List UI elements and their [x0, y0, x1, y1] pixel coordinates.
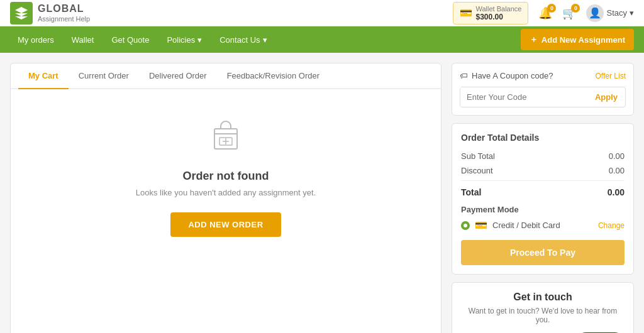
cart-button[interactable]: 🛒 0	[562, 6, 576, 20]
tag-icon: 🏷	[460, 71, 468, 80]
user-avatar: 👤	[586, 4, 604, 22]
sub-total-row: Sub Total 0.00	[461, 151, 625, 161]
logo-icon	[10, 2, 33, 25]
discount-value: 0.00	[609, 166, 625, 175]
wallet-label: Wallet Balance	[476, 5, 522, 13]
nav-my-orders[interactable]: My orders	[10, 30, 62, 50]
contact-chevron-icon: ▾	[263, 35, 267, 45]
nav-links: My orders Wallet Get Quote Policies ▾ Co…	[10, 30, 275, 50]
radio-inner	[464, 224, 467, 227]
policies-chevron-icon: ▾	[197, 35, 202, 45]
order-total-title: Order Total Details	[461, 133, 625, 143]
notifications-button[interactable]: 🔔 0	[538, 6, 552, 20]
nav-get-quote[interactable]: Get Quote	[104, 30, 157, 50]
sub-total-label: Sub Total	[461, 151, 495, 161]
radio-selected	[461, 221, 470, 230]
empty-desc: Looks like you haven't added any assignm…	[136, 188, 316, 197]
coupon-input[interactable]	[460, 87, 587, 107]
total-label: Total	[461, 187, 481, 197]
change-payment-link[interactable]: Change	[598, 221, 625, 230]
nav-wallet[interactable]: Wallet	[64, 30, 102, 50]
proceed-to-pay-button[interactable]: Proceed To Pay	[461, 240, 625, 265]
sub-total-value: 0.00	[609, 151, 625, 161]
nav-bar: My orders Wallet Get Quote Policies ▾ Co…	[0, 26, 644, 53]
tab-delivered-order[interactable]: Delivered Order	[139, 63, 217, 89]
order-total-box: Order Total Details Sub Total 0.00 Disco…	[452, 123, 634, 275]
touch-title: Get in touch	[461, 292, 625, 303]
wallet-info: 💳 Wallet Balance $300.00	[453, 2, 529, 25]
empty-title: Order not found	[183, 170, 269, 183]
cart-content: Order not found Looks like you haven't a…	[11, 89, 441, 265]
total-value: 0.00	[608, 187, 625, 197]
tabs: My Cart Current Order Delivered Order Fe…	[11, 63, 441, 89]
touch-desc: Want to get in touch? We'd love to hear …	[461, 307, 625, 324]
apply-coupon-button[interactable]: Apply	[587, 87, 625, 107]
chevron-down-icon: ▾	[630, 8, 634, 18]
offer-list-link[interactable]: Offer List	[596, 72, 626, 80]
top-right-area: 💳 Wallet Balance $300.00 🔔 0 🛒 0 👤 Stacy…	[453, 2, 634, 25]
right-panel: 🏷 Have A Coupon code? Offer List Apply O…	[452, 63, 634, 333]
coupon-header: 🏷 Have A Coupon code? Offer List	[460, 71, 626, 80]
total-row: Total 0.00	[461, 180, 625, 197]
coupon-box: 🏷 Have A Coupon code? Offer List Apply	[452, 63, 634, 116]
wallet-icon: 💳	[460, 7, 472, 19]
card-icon: 💳	[475, 219, 487, 231]
wallet-amount: $300.00	[476, 13, 522, 21]
cart-badge: 0	[571, 4, 580, 13]
discount-row: Discount 0.00	[461, 166, 625, 175]
logo: GLOBAL Assignment Help	[10, 2, 90, 25]
nav-policies[interactable]: Policies ▾	[159, 30, 209, 50]
empty-cart-icon	[206, 117, 246, 160]
wallet-details: Wallet Balance $300.00	[476, 5, 522, 21]
discount-label: Discount	[461, 166, 493, 175]
payment-option-label: Credit / Debit Card	[492, 221, 560, 230]
payment-mode-title: Payment Mode	[461, 205, 625, 214]
left-panel: My Cart Current Order Delivered Order Fe…	[10, 63, 441, 333]
add-new-order-button[interactable]: ADD NEW ORDER	[170, 212, 280, 237]
logo-text: GLOBAL Assignment Help	[38, 3, 90, 23]
nav-contact-us[interactable]: Contact Us ▾	[212, 30, 274, 50]
top-bar: GLOBAL Assignment Help 💳 Wallet Balance …	[0, 0, 644, 26]
main-content: My Cart Current Order Delivered Order Fe…	[0, 53, 644, 333]
brand-name: GLOBAL	[38, 3, 90, 14]
get-in-touch-box: Get in touch Want to get in touch? We'd …	[452, 282, 634, 333]
add-new-assignment-button[interactable]: ＋ Add New Assignment	[521, 29, 634, 50]
plus-icon: ＋	[530, 34, 538, 45]
notifications-badge: 0	[547, 4, 556, 13]
user-menu-button[interactable]: 👤 Stacy ▾	[586, 4, 634, 22]
coupon-input-row: Apply	[460, 87, 626, 107]
tab-current-order[interactable]: Current Order	[69, 63, 139, 89]
coupon-title: 🏷 Have A Coupon code?	[460, 71, 553, 80]
tab-feedback-revision[interactable]: Feedback/Revision Order	[217, 63, 330, 89]
tab-my-cart[interactable]: My Cart	[18, 63, 69, 89]
user-name: Stacy	[606, 8, 627, 18]
brand-sub: Assignment Help	[38, 15, 90, 23]
payment-option: 💳 Credit / Debit Card Change	[461, 219, 625, 231]
